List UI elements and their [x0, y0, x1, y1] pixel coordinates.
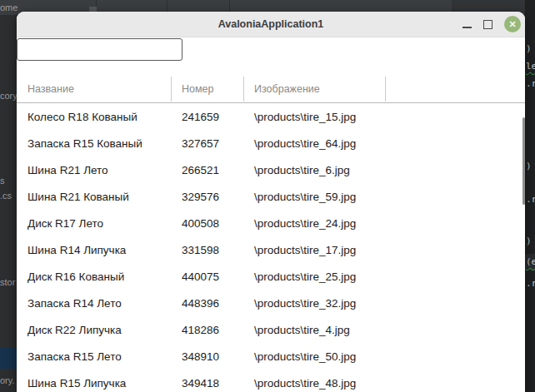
minimize-button[interactable] — [462, 27, 472, 28]
column-separator[interactable] — [171, 77, 172, 102]
table-row[interactable]: Запаска R15 Лето348910\products\tire_50.… — [17, 343, 525, 370]
row-image: \products\tire_50.jpg — [243, 350, 385, 363]
client-area: Название Номер Изображение Колесо R18 Ко… — [17, 37, 525, 392]
row-image: \products\tire_6.jpg — [243, 164, 385, 176]
row-name: Диск R17 Лето — [17, 217, 171, 230]
close-button[interactable]: ✕ — [504, 16, 521, 32]
code-text-fragment: ) — [526, 236, 532, 246]
file-tree-selected-item — [0, 347, 17, 369]
table-row[interactable]: Шина R14 Липучка331598\products\tire_17.… — [17, 236, 525, 263]
row-image: \products\tire_48.jpg — [243, 377, 385, 390]
row-number: 241659 — [171, 111, 243, 123]
ide-code-editor-edge: )le.r).r)(e.r — [525, 0, 535, 392]
table-row[interactable]: Запаска R15 Кованый327657\products\tire_… — [17, 130, 525, 156]
vertical-scrollbar-thumb[interactable] — [522, 117, 525, 205]
code-text-fragment: .r — [526, 278, 535, 289]
row-name: Диск R22 Липучка — [17, 324, 171, 336]
column-separator[interactable] — [385, 77, 386, 102]
maximize-button[interactable] — [483, 20, 492, 29]
row-name: Запаска R14 Лето — [17, 297, 171, 310]
row-image: \products\tire_17.jpg — [243, 244, 385, 256]
row-name: Запаска R15 Лето — [17, 350, 171, 363]
column-header-name[interactable]: Название — [17, 76, 171, 102]
code-text-fragment: ) — [526, 161, 532, 171]
code-text-fragment: (e — [526, 256, 535, 267]
file-tree-item-fragment: ome — [0, 2, 18, 12]
row-number: 349418 — [171, 377, 243, 390]
file-tree-item-fragment: cory — [0, 91, 18, 101]
row-image: \products\tire_15.jpg — [243, 111, 385, 123]
ide-solution-explorer-edge: omecorys.csstorory. — [0, 15, 17, 392]
row-name: Шина R21 Кованый — [17, 191, 171, 203]
title-bar[interactable]: AvaloniaApplication1 ✕ — [17, 12, 525, 37]
row-number: 440075 — [171, 270, 243, 283]
table-row[interactable]: Шина R21 Лето266521\products\tire_6.jpg — [17, 156, 525, 183]
table-row[interactable]: Диск R17 Лето400508\products\tire_24.jpg — [17, 210, 525, 236]
row-number: 400508 — [171, 217, 243, 230]
grid-header-row: Название Номер Изображение — [17, 76, 525, 103]
table-row[interactable]: Колесо R18 Кованый241659\products\tire_1… — [17, 103, 525, 130]
column-header-number[interactable]: Номер — [171, 76, 243, 102]
row-number: 448396 — [171, 297, 243, 310]
row-number: 266521 — [171, 164, 243, 176]
row-name: Шина R21 Лето — [17, 164, 171, 176]
row-name: Шина R14 Липучка — [17, 244, 171, 256]
code-text-fragment: .r — [526, 78, 535, 89]
row-number: 418286 — [171, 324, 243, 336]
table-row[interactable]: Диск R16 Кованый440075\products\tire_25.… — [17, 263, 525, 290]
row-image: \products\tire_24.jpg — [243, 217, 385, 230]
row-name: Диск R16 Кованый — [17, 270, 171, 283]
row-number: 327657 — [171, 137, 243, 150]
row-name: Запаска R15 Кованый — [17, 137, 171, 150]
file-tree-item-fragment: s — [0, 176, 5, 186]
row-image: \products\tire_4.jpg — [243, 324, 385, 336]
column-separator[interactable] — [243, 77, 244, 102]
table-row[interactable]: Диск R22 Липучка418286\products\tire_4.j… — [17, 316, 525, 343]
search-input[interactable] — [17, 38, 182, 61]
column-header-image[interactable]: Изображение — [243, 76, 385, 102]
table-row[interactable]: Шина R15 Липучка349418\products\tire_48.… — [17, 370, 525, 392]
row-image: \products\tire_25.jpg — [243, 270, 385, 283]
row-name: Шина R15 Липучка — [17, 377, 171, 390]
row-image: \products\tire_64.jpg — [243, 137, 385, 150]
window-title: AvaloniaApplication1 — [17, 12, 525, 37]
grid-body: Колесо R18 Кованый241659\products\tire_1… — [17, 103, 525, 392]
data-grid: Название Номер Изображение Колесо R18 Ко… — [17, 76, 525, 392]
app-window: AvaloniaApplication1 ✕ Название Номер Из… — [17, 12, 525, 392]
code-text-fragment: ) — [526, 43, 532, 54]
row-number: 348910 — [171, 350, 243, 363]
row-number: 329576 — [171, 191, 243, 203]
file-tree-item-fragment: ory. — [0, 375, 15, 385]
row-number: 331598 — [171, 244, 243, 256]
row-image: \products\tire_32.jpg — [243, 297, 385, 310]
table-row[interactable]: Запаска R14 Лето448396\products\tire_32.… — [17, 290, 525, 316]
row-name: Колесо R18 Кованый — [17, 111, 171, 123]
table-row[interactable]: Шина R21 Кованый329576\products\tire_59.… — [17, 183, 525, 210]
file-tree-item-fragment: .cs — [0, 191, 12, 201]
code-text-fragment: le — [526, 61, 535, 72]
code-text-fragment: .r — [526, 194, 535, 205]
row-image: \products\tire_59.jpg — [243, 191, 385, 203]
file-tree-item-fragment: stor — [0, 277, 15, 287]
